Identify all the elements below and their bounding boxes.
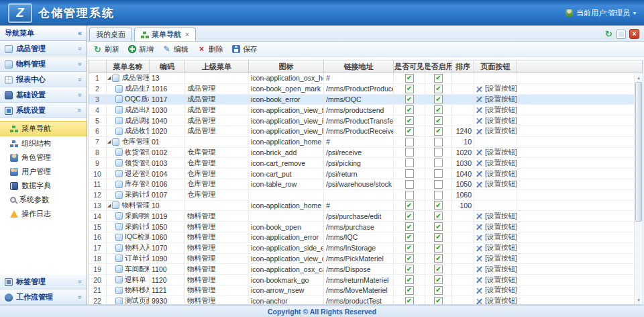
- enabled-checkbox[interactable]: [434, 138, 443, 146]
- sidebar-group-2[interactable]: 报表中心«: [0, 72, 87, 87]
- page-buttons-link[interactable]: [设置按钮]: [476, 179, 517, 189]
- table-row[interactable]: 15采购计划1050物料管理icon-book_open/mms/purchas…: [89, 222, 643, 232]
- column-header-0[interactable]: 菜单名称: [107, 60, 150, 73]
- enabled-checkbox[interactable]: [434, 148, 443, 156]
- page-buttons-link[interactable]: [设置按钮]: [476, 232, 517, 242]
- visible-checkbox[interactable]: [405, 180, 414, 189]
- column-header-6[interactable]: 是否启用: [425, 60, 452, 73]
- tree-expander-icon[interactable]: ◢: [107, 75, 111, 81]
- column-header-5[interactable]: 是否可见: [394, 60, 425, 73]
- visible-checkbox[interactable]: [405, 95, 414, 103]
- column-header-2[interactable]: 上级菜单: [185, 60, 249, 73]
- maximize-icon[interactable]: [616, 30, 626, 39]
- vertical-scrollbar[interactable]: ▲ ▼: [634, 73, 643, 304]
- page-buttons-link[interactable]: [设置按钮]: [476, 265, 517, 274]
- user-menu[interactable]: 当前用户:管理员 ▾: [566, 8, 636, 18]
- page-buttons-link[interactable]: [设置按钮]: [476, 116, 517, 126]
- visible-checkbox[interactable]: [405, 201, 414, 210]
- page-buttons-link[interactable]: [设置按钮]: [476, 285, 517, 295]
- table-row[interactable]: 16IQC检测1060物料管理icon-application_error/mm…: [89, 232, 643, 243]
- page-buttons-link[interactable]: [设置按钮]: [476, 243, 517, 253]
- table-row[interactable]: 7◢仓库管理01icon-application_home#10: [89, 137, 643, 148]
- visible-checkbox[interactable]: [405, 116, 414, 125]
- page-buttons-link[interactable]: [设置按钮]: [476, 105, 517, 115]
- sidebar-bottom-group-0[interactable]: 标签管理«: [0, 274, 87, 289]
- scroll-down-icon[interactable]: ▼: [635, 296, 643, 304]
- visible-checkbox[interactable]: [405, 254, 414, 263]
- page-buttons-link[interactable]: [设置按钮]: [476, 95, 517, 104]
- refresh-button[interactable]: 刷新: [90, 44, 123, 55]
- column-header-1[interactable]: 编码: [150, 60, 185, 73]
- page-buttons-link[interactable]: [设置按钮]: [476, 148, 517, 157]
- visible-checkbox[interactable]: [405, 148, 414, 156]
- add-button[interactable]: 新增: [125, 44, 157, 55]
- visible-checkbox[interactable]: [405, 233, 414, 242]
- table-row[interactable]: 1◢成品管理13icon-application_osx_home#: [89, 73, 643, 84]
- save-button[interactable]: 保存: [229, 44, 261, 55]
- page-buttons-link[interactable]: [设置按钮]: [476, 84, 517, 93]
- column-header-7[interactable]: 排序: [452, 60, 474, 73]
- tab-0[interactable]: 我的桌面: [89, 28, 132, 41]
- page-buttons-link[interactable]: [设置按钮]: [476, 126, 517, 136]
- visible-checkbox[interactable]: [405, 127, 414, 136]
- enabled-checkbox[interactable]: [434, 74, 443, 83]
- table-row[interactable]: 19车间配料单1100物料管理icon-application_osx_casc…: [89, 264, 643, 275]
- table-row[interactable]: 4成品出库单1030成品管理icon-application_view_tile…: [89, 105, 643, 116]
- visible-checkbox[interactable]: [405, 244, 414, 253]
- visible-checkbox[interactable]: [405, 169, 414, 178]
- page-buttons-link[interactable]: [设置按钮]: [476, 169, 517, 179]
- table-row[interactable]: 11库存管理0106仓库管理icon-table_row/psi/warehou…: [89, 179, 643, 190]
- page-buttons-link[interactable]: [设置按钮]: [476, 296, 517, 304]
- table-row[interactable]: 8收货管理0102仓库管理icon-brick_add/psi/receive1…: [89, 148, 643, 158]
- table-row[interactable]: 13◢物料管理10icon-application_home#100: [89, 201, 643, 212]
- page-buttons-link[interactable]: [设置按钮]: [476, 275, 517, 285]
- close-icon[interactable]: [629, 29, 639, 39]
- table-row[interactable]: 17物料入库单1070物料管理icon-application_side_exp…: [89, 243, 643, 254]
- delete-button[interactable]: 删除: [194, 44, 227, 55]
- column-header-4[interactable]: 链接地址: [324, 60, 394, 73]
- page-buttons-link[interactable]: [设置按钮]: [476, 254, 517, 263]
- visible-checkbox[interactable]: [405, 74, 414, 83]
- sidebar-group-4[interactable]: 系统设置«: [0, 103, 87, 118]
- table-row[interactable]: 6成品收货单1020成品管理icon-application_view_list…: [89, 126, 643, 137]
- visible-checkbox[interactable]: [405, 158, 414, 167]
- visible-checkbox[interactable]: [405, 275, 414, 284]
- sidebar-group-1[interactable]: 物料管理«: [0, 56, 87, 72]
- enabled-checkbox[interactable]: [434, 127, 443, 136]
- enabled-checkbox[interactable]: [434, 212, 443, 220]
- tab-close-icon[interactable]: ×: [185, 31, 189, 38]
- visible-checkbox[interactable]: [405, 105, 414, 114]
- table-row[interactable]: 10退还管理0104仓库管理icon-cart_put/psi/return10…: [89, 169, 643, 179]
- sidebar-group-3[interactable]: 基础设置«: [0, 87, 87, 103]
- visible-checkbox[interactable]: [405, 286, 414, 295]
- sidebar-item-2[interactable]: 角色管理: [0, 150, 87, 165]
- scroll-up-icon[interactable]: ▲: [635, 73, 643, 82]
- table-row[interactable]: 3OQC质检1017成品管理icon-book_error/mms/OQC[设置…: [89, 95, 643, 105]
- tab-1[interactable]: 菜单导航×: [134, 28, 196, 41]
- tree-expander-icon[interactable]: ◢: [107, 203, 111, 208]
- sidebar-collapse-icon[interactable]: «: [78, 29, 82, 37]
- sidebar-item-6[interactable]: 操作日志: [0, 207, 87, 221]
- visible-checkbox[interactable]: [405, 212, 414, 220]
- sidebar-item-0[interactable]: 菜单导航: [0, 121, 87, 136]
- enabled-checkbox[interactable]: [434, 85, 443, 93]
- enabled-checkbox[interactable]: [434, 158, 443, 167]
- enabled-checkbox[interactable]: [434, 286, 443, 295]
- sidebar-item-5[interactable]: 系统参数: [0, 193, 87, 207]
- table-row[interactable]: 18订单计划1090物料管理icon-application_view_deta…: [89, 254, 643, 265]
- edit-button[interactable]: 编辑: [159, 44, 192, 55]
- visible-checkbox[interactable]: [405, 265, 414, 273]
- enabled-checkbox[interactable]: [434, 180, 443, 189]
- enabled-checkbox[interactable]: [434, 265, 443, 273]
- tree-expander-icon[interactable]: ◢: [107, 139, 111, 144]
- page-buttons-link[interactable]: [设置按钮]: [476, 222, 517, 232]
- enabled-checkbox[interactable]: [434, 191, 443, 199]
- table-row[interactable]: 12采购计划0107仓库管理1060: [89, 190, 643, 201]
- enabled-checkbox[interactable]: [434, 116, 443, 125]
- table-row[interactable]: 2成品生产计划1016成品管理icon-book_open_mark/mms/P…: [89, 84, 643, 95]
- enabled-checkbox[interactable]: [434, 105, 443, 114]
- visible-checkbox[interactable]: [405, 138, 414, 146]
- enabled-checkbox[interactable]: [434, 222, 443, 231]
- page-buttons-link[interactable]: [设置按钮]: [476, 212, 517, 221]
- enabled-checkbox[interactable]: [434, 275, 443, 284]
